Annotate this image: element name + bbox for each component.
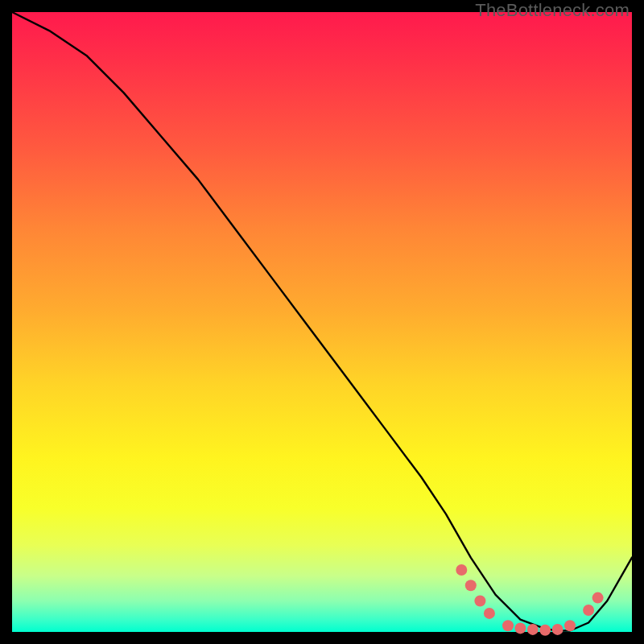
data-marker <box>552 624 564 635</box>
chart-plot-area <box>12 12 632 632</box>
data-marker <box>527 624 539 635</box>
data-marker <box>592 592 604 604</box>
data-marker <box>583 605 594 616</box>
bottleneck-curve <box>12 12 632 631</box>
data-marker <box>456 564 467 576</box>
data-marker <box>539 625 551 636</box>
data-marker <box>514 622 526 634</box>
data-marker <box>564 620 576 631</box>
data-marker <box>465 580 477 591</box>
data-marker <box>484 608 495 619</box>
watermark-text: TheBottleneck.com <box>475 0 630 21</box>
data-marker <box>502 620 514 631</box>
chart-frame: TheBottleneck.com <box>0 0 644 644</box>
chart-svg <box>12 12 632 632</box>
data-marker <box>474 596 485 607</box>
